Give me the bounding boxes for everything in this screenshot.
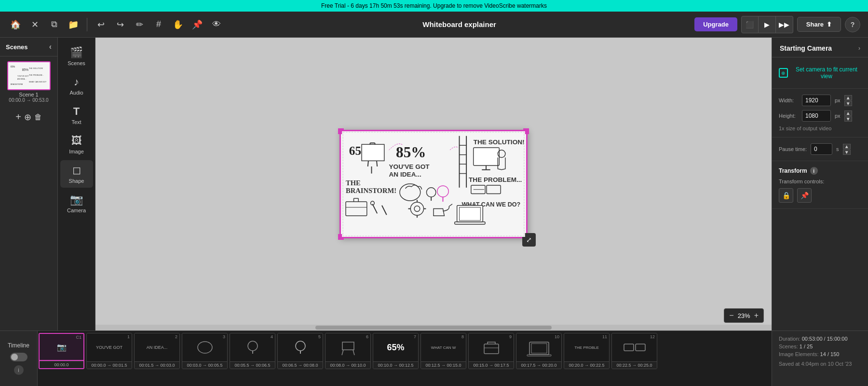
timeline-thumb-2: AN IDEA...: [135, 333, 179, 361]
pin-transform-button[interactable]: 📌: [797, 188, 812, 203]
timeline-track[interactable]: 📷 00:00.0 C1 YOU'VE GOT 00:00.0 → 00:01.…: [38, 331, 772, 372]
transform-info-icon[interactable]: i: [810, 167, 818, 175]
width-down-button[interactable]: ▼: [844, 101, 852, 106]
svg-text:YOU'VE GOT: YOU'VE GOT: [17, 75, 29, 77]
scenes-count-value: 1 / 25: [800, 344, 813, 349]
pause-time-input[interactable]: [811, 143, 832, 155]
play-scene-button[interactable]: ▶: [759, 16, 776, 33]
help-button[interactable]: ?: [845, 17, 860, 32]
height-up-button[interactable]: ▲: [844, 110, 852, 116]
height-unit: px: [835, 113, 841, 119]
scenes-tool[interactable]: 🎬 Scenes: [60, 42, 93, 70]
timeline-item-c1[interactable]: 📷 00:00.0 C1: [39, 333, 84, 369]
hand-icon[interactable]: ✋: [170, 17, 186, 32]
close-icon[interactable]: ✕: [27, 17, 42, 32]
scenes-label: Scenes: [6, 43, 28, 51]
width-field-row: Width: px ▲ ▼: [779, 95, 861, 106]
timeline-item-9[interactable]: 00:15.0 → 00:17.5 9: [468, 333, 514, 369]
pause-down-button[interactable]: ▼: [843, 150, 851, 155]
play-all-button[interactable]: ▶▶: [776, 16, 793, 33]
delete-scene-button[interactable]: 🗑: [34, 111, 42, 123]
svg-text:AN IDEA...: AN IDEA...: [389, 171, 421, 178]
pause-time-row: Pause time: s ▲ ▼: [779, 143, 861, 155]
timeline-content: 📷 00:00.0 C1 YOU'VE GOT 00:00.0 → 00:01.…: [38, 331, 772, 386]
right-panel-title: Starting Camera: [780, 44, 832, 52]
play-preview-button[interactable]: ⬛: [741, 16, 759, 33]
scene-1-thumb[interactable]: 65% 85% YOU'VE GOT AN IDEA... BRAINSTORM…: [7, 61, 51, 103]
timeline-item-1[interactable]: YOU'VE GOT 00:00.0 → 00:01.5 1: [86, 333, 132, 369]
svg-text:THE PROBLEM...: THE PROBLEM...: [469, 176, 522, 183]
zoom-in-button[interactable]: +: [754, 311, 759, 320]
image-tool[interactable]: 🖼 Image: [60, 131, 93, 158]
timeline-toggle[interactable]: [10, 353, 27, 361]
timeline-num-c1: C1: [76, 335, 81, 340]
project-title: Whiteboard explainer: [228, 20, 691, 28]
height-input[interactable]: [802, 110, 831, 122]
duration-value: 00:53:00 / 15:00:00: [802, 336, 848, 342]
grid-icon[interactable]: #: [151, 17, 166, 32]
redo-icon[interactable]: ↪: [112, 17, 128, 32]
folder-icon[interactable]: 📁: [66, 17, 81, 32]
add-scene-button[interactable]: +: [15, 111, 21, 123]
lock-transform-button[interactable]: 🔒: [779, 188, 793, 203]
timeline-num-4: 4: [271, 334, 273, 339]
timeline-item-6[interactable]: 00:08.0 → 00:10.0 6: [325, 333, 371, 369]
scenes-panel: Scenes ‹ 65% 85% YOU'VE GOT AN IDEA... B…: [0, 38, 58, 331]
svg-rect-76: [525, 338, 554, 357]
timeline-time-12: 00:22.5 → 00:25.0: [612, 361, 657, 369]
timeline-label: Timeline: [8, 342, 29, 349]
zoom-out-button[interactable]: −: [729, 311, 733, 320]
camera-tool[interactable]: 📷 Camera: [60, 190, 93, 217]
whiteboard-frame[interactable]: 📷 Camera 1 ⤢ 65%: [339, 130, 528, 238]
svg-text:BRAINSTORM!: BRAINSTORM!: [346, 187, 396, 194]
timeline-time-9: 00:15.0 → 00:17.5: [469, 361, 514, 369]
height-stepper: ▲ ▼: [844, 110, 852, 122]
height-down-button[interactable]: ▼: [844, 116, 852, 122]
timeline-item-10[interactable]: 00:17.5 → 00:20.0 10: [516, 333, 562, 369]
audio-tool[interactable]: ♪ Audio: [60, 72, 93, 99]
timeline-info-icon[interactable]: i: [14, 365, 24, 375]
eye-off-icon[interactable]: 👁: [209, 17, 224, 32]
tools-panel: 🎬 Scenes ♪ Audio T Text 🖼 Image ◻ Shape …: [58, 38, 95, 331]
timeline-item-2[interactable]: AN IDEA... 00:01.5 → 00:03.0 2: [134, 333, 180, 369]
copy-icon[interactable]: ⧉: [46, 17, 62, 32]
fit-camera-button[interactable]: ⊕ Set camera to fit current view: [779, 63, 861, 83]
svg-rect-61: [190, 338, 219, 357]
text-tool[interactable]: T Text: [60, 101, 93, 129]
duplicate-scene-button[interactable]: ⊕: [24, 111, 31, 123]
pause-label: Pause time:: [779, 146, 807, 152]
share-button[interactable]: Share ⬆: [797, 17, 841, 32]
timeline-thumb-7: 65%: [373, 333, 418, 361]
width-input[interactable]: [802, 95, 831, 106]
height-label: Height:: [779, 113, 798, 119]
svg-text:85%: 85%: [22, 68, 28, 71]
right-panel-chevron[interactable]: ›: [858, 45, 860, 52]
canvas-scrollbar[interactable]: [95, 325, 772, 331]
timeline-item-4[interactable]: 00:05.5 → 00:06.5 4: [230, 333, 275, 369]
canvas-area[interactable]: 📷 Camera 1 ⤢ 65%: [95, 38, 772, 331]
svg-rect-69: [334, 338, 363, 357]
pin-icon[interactable]: 📌: [190, 17, 205, 32]
shape-tool[interactable]: ◻ Shape: [60, 160, 93, 188]
timeline-area: Timeline i 📷 00:00.0 C1 YOU'VE GOT 00:00…: [0, 331, 868, 386]
timeline-item-11[interactable]: THE PROBLE 00:20.0 → 00:22.5 11: [564, 333, 610, 369]
timeline-item-8[interactable]: WHAT CAN W 00:12.5 → 00:15.0 8: [420, 333, 466, 369]
width-unit: px: [835, 97, 841, 103]
timeline-item-3[interactable]: 00:03.0 → 00:05.5 3: [182, 333, 228, 369]
upgrade-button[interactable]: Upgrade: [694, 17, 737, 31]
home-icon[interactable]: 🏠: [8, 17, 23, 32]
svg-text:THE PROBLEM...: THE PROBLEM...: [29, 74, 44, 76]
timeline-thumb-5: [278, 333, 323, 361]
width-up-button[interactable]: ▲: [844, 95, 852, 100]
pen-icon[interactable]: ✏: [132, 17, 147, 32]
undo-icon[interactable]: ↩: [93, 17, 108, 32]
pause-up-button[interactable]: ▲: [843, 144, 851, 149]
timeline-time-6: 00:08.0 → 00:10.0: [326, 361, 370, 369]
timeline-item-7[interactable]: 65% 00:10.0 → 00:12.5 7: [373, 333, 419, 369]
timeline-num-6: 6: [366, 334, 368, 339]
collapse-scenes-button[interactable]: ‹: [49, 42, 52, 51]
dimensions-section: Width: px ▲ ▼ Height: px ▲ ▼ 1x size of …: [772, 89, 868, 138]
timeline-item-12[interactable]: 00:22.5 → 00:25.0 12: [611, 333, 657, 369]
timeline-item-5[interactable]: 00:06.5 → 00:08.0 5: [277, 333, 323, 369]
timeline-time-2: 00:01.5 → 00:03.0: [135, 361, 179, 369]
